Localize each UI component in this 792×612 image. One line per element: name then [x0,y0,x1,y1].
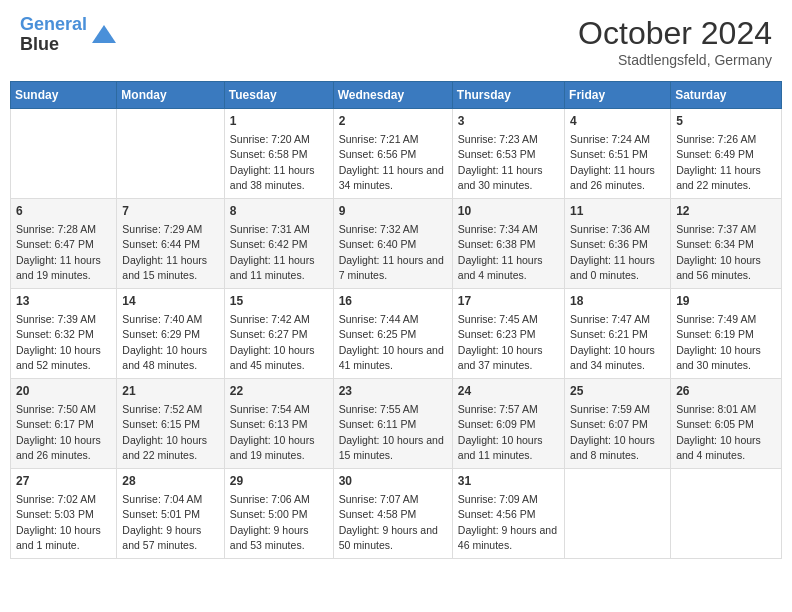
calendar-cell: 20Sunrise: 7:50 AMSunset: 6:17 PMDayligh… [11,379,117,469]
calendar-cell: 3Sunrise: 7:23 AMSunset: 6:53 PMDaylight… [452,109,564,199]
day-number: 15 [230,293,328,310]
weekday-header: Thursday [452,82,564,109]
calendar-cell: 5Sunrise: 7:26 AMSunset: 6:49 PMDaylight… [671,109,782,199]
calendar-cell [565,469,671,559]
day-number: 30 [339,473,447,490]
day-info: Sunrise: 7:39 AMSunset: 6:32 PMDaylight:… [16,313,101,371]
calendar-cell: 10Sunrise: 7:34 AMSunset: 6:38 PMDayligh… [452,199,564,289]
calendar-week-row: 6Sunrise: 7:28 AMSunset: 6:47 PMDaylight… [11,199,782,289]
calendar-cell: 15Sunrise: 7:42 AMSunset: 6:27 PMDayligh… [224,289,333,379]
day-info: Sunrise: 7:07 AMSunset: 4:58 PMDaylight:… [339,493,438,551]
calendar-cell: 18Sunrise: 7:47 AMSunset: 6:21 PMDayligh… [565,289,671,379]
day-number: 3 [458,113,559,130]
weekday-header: Wednesday [333,82,452,109]
day-info: Sunrise: 7:59 AMSunset: 6:07 PMDaylight:… [570,403,655,461]
day-number: 2 [339,113,447,130]
day-number: 17 [458,293,559,310]
title-block: October 2024 Stadtlengsfeld, Germany [578,15,772,68]
day-info: Sunrise: 7:52 AMSunset: 6:15 PMDaylight:… [122,403,207,461]
calendar-cell: 11Sunrise: 7:36 AMSunset: 6:36 PMDayligh… [565,199,671,289]
day-number: 18 [570,293,665,310]
calendar-cell: 12Sunrise: 7:37 AMSunset: 6:34 PMDayligh… [671,199,782,289]
calendar-cell: 23Sunrise: 7:55 AMSunset: 6:11 PMDayligh… [333,379,452,469]
calendar-cell: 21Sunrise: 7:52 AMSunset: 6:15 PMDayligh… [117,379,224,469]
day-number: 20 [16,383,111,400]
calendar-cell: 25Sunrise: 7:59 AMSunset: 6:07 PMDayligh… [565,379,671,469]
day-info: Sunrise: 7:28 AMSunset: 6:47 PMDaylight:… [16,223,101,281]
day-info: Sunrise: 7:34 AMSunset: 6:38 PMDaylight:… [458,223,543,281]
day-info: Sunrise: 7:29 AMSunset: 6:44 PMDaylight:… [122,223,207,281]
day-info: Sunrise: 7:40 AMSunset: 6:29 PMDaylight:… [122,313,207,371]
weekday-header: Saturday [671,82,782,109]
day-info: Sunrise: 7:04 AMSunset: 5:01 PMDaylight:… [122,493,202,551]
day-info: Sunrise: 7:26 AMSunset: 6:49 PMDaylight:… [676,133,761,191]
day-info: Sunrise: 7:24 AMSunset: 6:51 PMDaylight:… [570,133,655,191]
calendar-week-row: 27Sunrise: 7:02 AMSunset: 5:03 PMDayligh… [11,469,782,559]
day-info: Sunrise: 7:54 AMSunset: 6:13 PMDaylight:… [230,403,315,461]
day-number: 12 [676,203,776,220]
day-number: 4 [570,113,665,130]
calendar-cell [11,109,117,199]
day-info: Sunrise: 7:50 AMSunset: 6:17 PMDaylight:… [16,403,101,461]
location-subtitle: Stadtlengsfeld, Germany [578,52,772,68]
calendar-cell [117,109,224,199]
day-number: 23 [339,383,447,400]
calendar-cell: 4Sunrise: 7:24 AMSunset: 6:51 PMDaylight… [565,109,671,199]
day-info: Sunrise: 7:45 AMSunset: 6:23 PMDaylight:… [458,313,543,371]
day-number: 11 [570,203,665,220]
calendar-cell: 9Sunrise: 7:32 AMSunset: 6:40 PMDaylight… [333,199,452,289]
calendar-week-row: 20Sunrise: 7:50 AMSunset: 6:17 PMDayligh… [11,379,782,469]
day-info: Sunrise: 7:42 AMSunset: 6:27 PMDaylight:… [230,313,315,371]
day-info: Sunrise: 7:09 AMSunset: 4:56 PMDaylight:… [458,493,557,551]
day-info: Sunrise: 7:23 AMSunset: 6:53 PMDaylight:… [458,133,543,191]
day-info: Sunrise: 7:55 AMSunset: 6:11 PMDaylight:… [339,403,444,461]
calendar-cell: 17Sunrise: 7:45 AMSunset: 6:23 PMDayligh… [452,289,564,379]
calendar-cell: 30Sunrise: 7:07 AMSunset: 4:58 PMDayligh… [333,469,452,559]
calendar-table: SundayMondayTuesdayWednesdayThursdayFrid… [10,81,782,559]
weekday-header: Monday [117,82,224,109]
day-info: Sunrise: 7:57 AMSunset: 6:09 PMDaylight:… [458,403,543,461]
logo: GeneralBlue [20,15,118,55]
day-number: 26 [676,383,776,400]
day-number: 7 [122,203,218,220]
calendar-cell: 26Sunrise: 8:01 AMSunset: 6:05 PMDayligh… [671,379,782,469]
day-number: 19 [676,293,776,310]
day-info: Sunrise: 7:47 AMSunset: 6:21 PMDaylight:… [570,313,655,371]
weekday-header: Friday [565,82,671,109]
calendar-cell: 2Sunrise: 7:21 AMSunset: 6:56 PMDaylight… [333,109,452,199]
calendar-cell: 24Sunrise: 7:57 AMSunset: 6:09 PMDayligh… [452,379,564,469]
day-number: 6 [16,203,111,220]
day-number: 5 [676,113,776,130]
day-info: Sunrise: 7:20 AMSunset: 6:58 PMDaylight:… [230,133,315,191]
day-info: Sunrise: 7:31 AMSunset: 6:42 PMDaylight:… [230,223,315,281]
calendar-cell: 22Sunrise: 7:54 AMSunset: 6:13 PMDayligh… [224,379,333,469]
day-number: 27 [16,473,111,490]
calendar-cell: 29Sunrise: 7:06 AMSunset: 5:00 PMDayligh… [224,469,333,559]
day-number: 21 [122,383,218,400]
day-number: 8 [230,203,328,220]
calendar-cell: 28Sunrise: 7:04 AMSunset: 5:01 PMDayligh… [117,469,224,559]
calendar-cell: 27Sunrise: 7:02 AMSunset: 5:03 PMDayligh… [11,469,117,559]
day-number: 9 [339,203,447,220]
calendar-cell: 16Sunrise: 7:44 AMSunset: 6:25 PMDayligh… [333,289,452,379]
day-info: Sunrise: 7:37 AMSunset: 6:34 PMDaylight:… [676,223,761,281]
day-info: Sunrise: 7:36 AMSunset: 6:36 PMDaylight:… [570,223,655,281]
calendar-cell: 19Sunrise: 7:49 AMSunset: 6:19 PMDayligh… [671,289,782,379]
calendar-week-row: 13Sunrise: 7:39 AMSunset: 6:32 PMDayligh… [11,289,782,379]
calendar-body: 1Sunrise: 7:20 AMSunset: 6:58 PMDaylight… [11,109,782,559]
day-info: Sunrise: 7:44 AMSunset: 6:25 PMDaylight:… [339,313,444,371]
calendar-cell: 7Sunrise: 7:29 AMSunset: 6:44 PMDaylight… [117,199,224,289]
calendar-cell: 14Sunrise: 7:40 AMSunset: 6:29 PMDayligh… [117,289,224,379]
calendar-cell: 8Sunrise: 7:31 AMSunset: 6:42 PMDaylight… [224,199,333,289]
day-info: Sunrise: 7:02 AMSunset: 5:03 PMDaylight:… [16,493,101,551]
calendar-cell [671,469,782,559]
day-number: 28 [122,473,218,490]
page-header: GeneralBlue October 2024 Stadtlengsfeld,… [10,10,782,73]
day-info: Sunrise: 7:06 AMSunset: 5:00 PMDaylight:… [230,493,310,551]
day-number: 25 [570,383,665,400]
day-number: 24 [458,383,559,400]
day-number: 22 [230,383,328,400]
day-number: 10 [458,203,559,220]
day-info: Sunrise: 7:21 AMSunset: 6:56 PMDaylight:… [339,133,444,191]
day-number: 1 [230,113,328,130]
